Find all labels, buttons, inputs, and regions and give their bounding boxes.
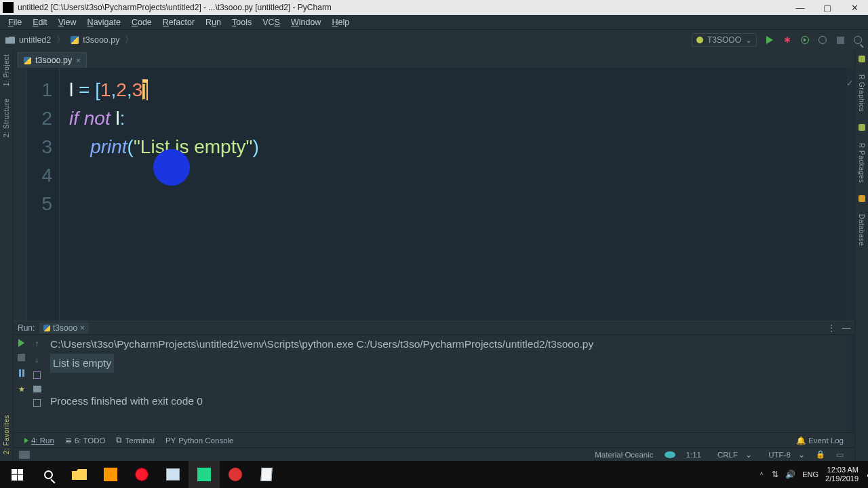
- tray-time: 12:03 AM: [827, 466, 859, 474]
- window-titlebar: untitled2 [C:\Users\t3so\PycharmProjects…: [0, 0, 868, 15]
- tool-database[interactable]: Database: [858, 214, 865, 246]
- code-editor[interactable]: 1 2 3 4 5 l = [1,2,3] if not l: print("L…: [14, 68, 854, 321]
- right-tool-stripe: R Graphics R Packages Database: [854, 50, 868, 461]
- run-toolbar: ★ ↑ ↓: [14, 335, 45, 432]
- menu-code[interactable]: Code: [126, 16, 157, 28]
- read-only-toggle[interactable]: 🔒: [810, 450, 831, 459]
- bottom-tool-stripe: 4: Run ≣ 6: TODO ⧉ Terminal PY Python Co…: [14, 432, 854, 447]
- theme-indicator-icon: [665, 451, 675, 458]
- tool-todo[interactable]: ≣ 6: TODO: [60, 436, 111, 445]
- tray-volume-icon[interactable]: 🔊: [785, 470, 795, 479]
- menu-run[interactable]: Run: [200, 16, 226, 28]
- memory-indicator[interactable]: ▭: [831, 450, 849, 460]
- tool-project[interactable]: 1: Project: [3, 54, 10, 86]
- inspection-ok-icon: ✓: [846, 69, 853, 98]
- run-settings-icon[interactable]: ⋮: [827, 323, 835, 333]
- run-button[interactable]: [765, 35, 774, 45]
- tray-language[interactable]: ENG: [802, 470, 818, 479]
- print-button[interactable]: [33, 386, 41, 392]
- taskbar-pycharm[interactable]: [189, 461, 220, 488]
- tool-r-graphics[interactable]: R Graphics: [858, 75, 865, 112]
- tray-overflow[interactable]: ＾: [758, 470, 765, 479]
- status-theme[interactable]: Material Oceanic: [589, 451, 658, 459]
- left-tool-stripe: 1: Project 2: Structure 2: Favorites: [0, 50, 14, 461]
- menu-view[interactable]: View: [53, 16, 82, 28]
- opera-icon: [135, 468, 149, 481]
- status-bar: Material Oceanic 1:11 CRLF ⌄ UTF-8 ⌄ 🔒 ▭: [14, 447, 854, 461]
- taskbar-app[interactable]: [157, 461, 189, 488]
- database-icon: [859, 195, 865, 202]
- tool-python-console[interactable]: PY Python Console: [160, 436, 239, 445]
- tray-clock[interactable]: 12:03 AM 2/19/2019: [825, 466, 859, 483]
- editor-tabs: t3sooo.py ×: [14, 50, 854, 68]
- taskbar-search[interactable]: [33, 461, 64, 488]
- run-config-icon: [696, 37, 703, 43]
- breadcrumb-project[interactable]: untitled2: [19, 35, 51, 45]
- run-with-coverage-button[interactable]: [800, 35, 810, 45]
- editor-tab-label: t3sooo.py: [35, 56, 72, 65]
- rerun-button[interactable]: [18, 339, 24, 347]
- code-line-2: if not l:: [69, 104, 854, 133]
- close-button[interactable]: ✕: [841, 0, 868, 15]
- search-everywhere-button[interactable]: [853, 35, 863, 45]
- maximize-button[interactable]: ▢: [814, 0, 841, 15]
- console-output[interactable]: C:\Users\t3so\PycharmProjects\untitled2\…: [45, 335, 854, 432]
- tool-r-packages[interactable]: R Packages: [858, 143, 865, 183]
- stop-process-button[interactable]: [18, 354, 25, 361]
- menu-tools[interactable]: Tools: [226, 16, 257, 28]
- toggle-soft-wrap-button[interactable]: [33, 371, 41, 379]
- taskbar-notepad[interactable]: [251, 461, 282, 488]
- status-encoding[interactable]: UTF-8 ⌄: [757, 450, 810, 460]
- breadcrumb: untitled2 〉 t3sooo.py 〉: [5, 35, 135, 46]
- start-button[interactable]: [1, 461, 33, 488]
- menu-refactor[interactable]: Refactor: [157, 16, 200, 28]
- taskbar-sublime[interactable]: [95, 461, 126, 488]
- taskbar-opera[interactable]: [126, 461, 157, 488]
- status-caret-position[interactable]: 1:11: [681, 451, 707, 459]
- menu-window[interactable]: Window: [285, 16, 326, 28]
- tool-structure[interactable]: 2: Structure: [3, 98, 10, 138]
- windows-taskbar: ＾ ⇅ 🔊 ENG 12:03 AM 2/19/2019: [0, 461, 868, 488]
- run-tab[interactable]: t3sooo ×: [39, 323, 89, 333]
- status-line-separator[interactable]: CRLF ⌄: [707, 450, 757, 460]
- search-icon: [44, 470, 53, 479]
- menu-file[interactable]: File: [3, 16, 27, 28]
- run-tool-window: Run: t3sooo × ⋮ — ★: [14, 321, 854, 432]
- minimize-button[interactable]: —: [787, 0, 814, 15]
- menu-edit[interactable]: Edit: [27, 16, 53, 28]
- debug-button[interactable]: ✱: [783, 35, 792, 45]
- pin-tab-button[interactable]: ★: [17, 384, 26, 394]
- close-icon[interactable]: ×: [80, 323, 85, 333]
- editor-area: t3sooo.py × 1 2 3 4 5 l = [1,2,3] if not…: [14, 50, 854, 461]
- tool-windows-toggle[interactable]: [19, 451, 30, 459]
- editor-tab[interactable]: t3sooo.py ×: [18, 52, 87, 68]
- code-line-1: l = [1,2,3]: [69, 76, 854, 104]
- tool-terminal[interactable]: ⧉ Terminal: [111, 436, 159, 445]
- breadcrumb-file[interactable]: t3sooo.py: [83, 35, 119, 45]
- pause-output-button[interactable]: [17, 368, 26, 378]
- taskbar-file-explorer[interactable]: [64, 461, 95, 488]
- stop-button[interactable]: [835, 35, 845, 45]
- line-number: 5: [27, 190, 52, 218]
- close-tab-icon[interactable]: ×: [76, 56, 80, 64]
- hide-run-icon[interactable]: —: [842, 323, 850, 333]
- tool-event-log[interactable]: 🔔 Event Log: [791, 436, 849, 445]
- profile-button[interactable]: [818, 35, 827, 45]
- menu-vcs[interactable]: VCS: [257, 16, 285, 28]
- tool-favorites[interactable]: 2: Favorites: [3, 415, 10, 454]
- menu-help[interactable]: Help: [326, 16, 355, 28]
- down-stack-button[interactable]: ↓: [33, 355, 42, 365]
- run-config-name: T3SOOO: [707, 35, 741, 45]
- code-content[interactable]: l = [1,2,3] if not l: print("List is emp…: [60, 68, 854, 321]
- windows-logo-icon: [12, 469, 23, 481]
- run-configuration-selector[interactable]: T3SOOO ⌄: [692, 33, 757, 47]
- tool-run[interactable]: 4: Run: [19, 436, 60, 445]
- console-scrollbar[interactable]: [847, 335, 854, 432]
- tray-network-icon[interactable]: ⇅: [772, 470, 778, 479]
- up-stack-button[interactable]: ↑: [33, 339, 42, 348]
- menu-navigate[interactable]: Navigate: [82, 16, 126, 28]
- taskbar-recorder[interactable]: [220, 461, 251, 488]
- editor-scrollbar[interactable]: ✓: [847, 68, 854, 321]
- editor-gutter-icons: [14, 68, 27, 321]
- scroll-to-end-button[interactable]: [33, 399, 41, 407]
